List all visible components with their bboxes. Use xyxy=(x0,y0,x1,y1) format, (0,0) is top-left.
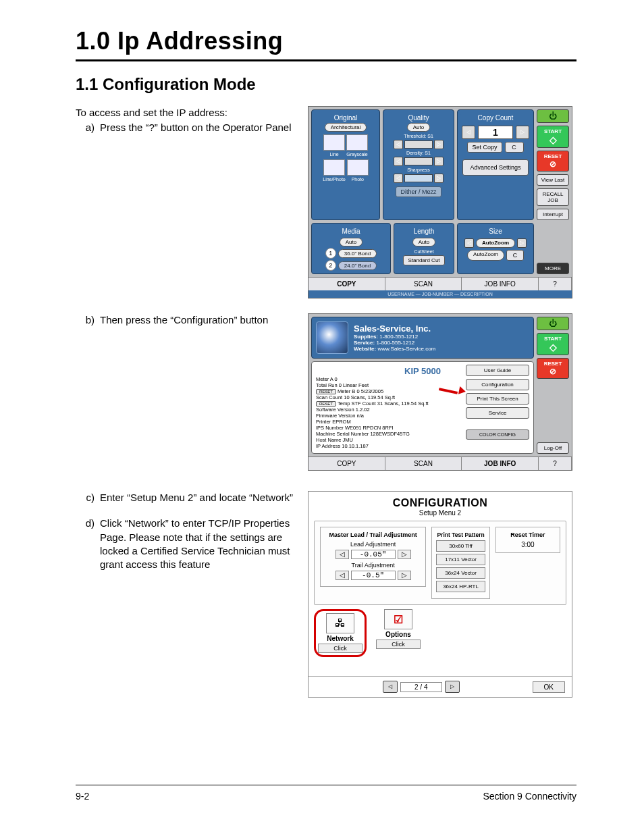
intro-text: To access and set the IP address: xyxy=(76,106,298,120)
power-icon[interactable]: ⏻ xyxy=(537,109,569,123)
test-btn-2[interactable]: 17x11 Vector xyxy=(436,554,485,565)
reset-button[interactable]: RESET⊘ xyxy=(537,358,569,379)
size-value-2[interactable]: AutoZoom xyxy=(467,250,504,261)
size-clear-button[interactable]: C xyxy=(506,250,524,261)
left-arrow-icon[interactable]: ◁ xyxy=(394,174,403,183)
left-arrow-icon[interactable]: ◁ xyxy=(336,550,349,559)
quality-sharpness-slider[interactable]: ◁ ▷ xyxy=(386,174,451,183)
left-arrow-icon[interactable]: ◁ xyxy=(394,157,403,166)
view-last-button[interactable]: View Last xyxy=(537,174,569,186)
reset-pill-1[interactable]: RESET xyxy=(316,389,336,394)
status-bar: USERNAME — JOB-NUMBER — DESCRIPTION xyxy=(308,290,572,298)
lead-stepper[interactable]: ◁ -0.05" ▷ xyxy=(325,550,421,559)
configuration-button[interactable]: Configuration xyxy=(466,379,529,390)
company-logo xyxy=(316,321,348,354)
step-a-text: To access and set the IP address: a) Pre… xyxy=(76,106,298,135)
page-next[interactable]: ▷ xyxy=(445,681,460,693)
left-arrow-icon[interactable]: ◁ xyxy=(394,140,403,149)
document-page: 1.0 Ip Addressing 1.1 Configuration Mode… xyxy=(0,0,644,834)
count-right-arrow[interactable]: ▷ xyxy=(516,126,529,139)
count-left-arrow[interactable]: ◁ xyxy=(462,126,475,139)
thumb-photo[interactable] xyxy=(347,159,369,176)
user-guide-button[interactable]: User Guide xyxy=(466,365,529,376)
left-arrow-icon[interactable]: ◁ xyxy=(336,571,349,580)
right-rail: ⏻ START◇ RESET⊘ View Last RECALL JOB Int… xyxy=(537,109,569,220)
network-click[interactable]: Click xyxy=(318,644,363,653)
service-button[interactable]: Service xyxy=(466,407,529,419)
print-test-heading: Print Test Pattern xyxy=(436,531,485,538)
help-button[interactable]: ? xyxy=(539,457,572,470)
media-row-2[interactable]: 24.0" Bond xyxy=(338,261,377,270)
interrupt-button[interactable]: Interrupt xyxy=(537,209,569,220)
recall-job-button[interactable]: RECALL JOB xyxy=(537,188,569,206)
red-arrow-annotation xyxy=(439,385,466,397)
test-btn-4[interactable]: 36x24 HP-RTL xyxy=(436,581,485,592)
trail-label: Trail Adjustment xyxy=(325,562,421,569)
reset-timer-card: Reset Timer 3:00 xyxy=(495,527,560,553)
reset-button[interactable]: RESET⊘ xyxy=(537,151,569,172)
trail-stepper[interactable]: ◁ -0.5" ▷ xyxy=(325,571,421,580)
tab-copy[interactable]: COPY xyxy=(308,278,385,290)
chapter-heading: 1.0 Ip Addressing xyxy=(76,27,576,55)
screenshot-config-panel: CONFIGURATION Setup Menu 2 Master Lead /… xyxy=(308,491,572,698)
power-icon[interactable]: ⏻ xyxy=(537,317,569,330)
tab-copy[interactable]: COPY xyxy=(308,457,385,470)
panel-quality: Quality Auto Threshold: S1 ◁ ▷ Density: … xyxy=(383,109,454,220)
quality-threshold-label: Threshold: S1 xyxy=(386,134,451,138)
chapter-rule xyxy=(76,59,576,61)
media-auto[interactable]: Auto xyxy=(340,238,363,246)
start-button[interactable]: START◇ xyxy=(537,333,569,355)
right-arrow-icon[interactable]: ▷ xyxy=(398,550,411,559)
thumb-grayscale[interactable] xyxy=(346,134,368,151)
quality-threshold-slider[interactable]: ◁ ▷ xyxy=(386,140,451,149)
thumb-line[interactable] xyxy=(323,134,345,151)
tab-job-info[interactable]: JOB INFO xyxy=(462,457,539,470)
tab-scan[interactable]: SCAN xyxy=(385,278,462,290)
start-button[interactable]: START◇ xyxy=(537,126,569,148)
print-screen-button[interactable]: Print This Screen xyxy=(466,393,529,405)
page-number: 9-2 xyxy=(76,791,89,802)
dither-button[interactable]: Dither / Mezz xyxy=(396,186,441,197)
thumb-grayscale-label: Grayscale xyxy=(346,152,368,157)
test-btn-3[interactable]: 36x24 Vector xyxy=(436,567,485,579)
reset-pill-2[interactable]: RESET xyxy=(316,401,336,407)
ok-button[interactable]: OK xyxy=(533,681,565,693)
options-click[interactable]: Click xyxy=(376,640,421,649)
quality-density-slider[interactable]: ◁ ▷ xyxy=(386,157,451,166)
size-value[interactable]: AutoZoom xyxy=(476,238,515,248)
logoff-button[interactable]: Log-Off xyxy=(537,442,569,454)
quality-mode[interactable]: Auto xyxy=(407,123,430,132)
right-arrow-icon[interactable]: ▷ xyxy=(434,140,444,149)
advanced-settings-button[interactable]: Advanced Settings xyxy=(462,159,528,176)
more-button[interactable]: MORE xyxy=(537,263,569,274)
right-rail-2: ⏻ START◇ RESET⊘ Log-Off xyxy=(537,317,569,454)
tab-job-info[interactable]: JOB INFO xyxy=(462,278,539,290)
meter-b: Meter B 0 5/23/2005 xyxy=(338,388,383,394)
size-right-arrow[interactable]: ▷ xyxy=(517,238,527,248)
tab-scan[interactable]: SCAN xyxy=(385,457,462,470)
right-arrow-icon[interactable]: ▷ xyxy=(434,157,444,166)
page-indicator: 2 / 4 xyxy=(400,682,442,692)
length-auto[interactable]: Auto xyxy=(412,238,435,246)
copy-count-value: 1 xyxy=(478,126,513,139)
footer-tabs-2: COPY SCAN JOB INFO ? xyxy=(308,457,572,470)
lead-trail-card: Master Lead / Trail Adjustment Lead Adju… xyxy=(320,527,426,587)
size-left-arrow[interactable]: ◁ xyxy=(464,238,474,248)
clear-button[interactable]: C xyxy=(505,142,524,153)
panel-copy-count: Copy Count ◁ 1 ▷ Set Copy C Advanced Set… xyxy=(457,109,534,220)
media-row-1[interactable]: 36.0" Bond xyxy=(338,249,377,258)
panel-quality-title: Quality xyxy=(386,113,451,123)
test-btn-1[interactable]: 30x60 Tiff xyxy=(436,540,485,552)
device-info-card: KIP 5000 Meter A 0 Total Run 0 Linear Fe… xyxy=(311,361,534,454)
right-arrow-icon[interactable]: ▷ xyxy=(398,571,411,580)
options-button[interactable]: ☑ Options Click xyxy=(376,609,421,657)
standard-cut-button[interactable]: Standard Cut xyxy=(403,255,444,265)
help-button[interactable]: ? xyxy=(539,278,572,290)
right-arrow-icon[interactable]: ▷ xyxy=(434,174,444,183)
page-prev[interactable]: ◁ xyxy=(383,681,398,693)
original-mode[interactable]: Architectural xyxy=(325,123,367,132)
thumb-linephoto[interactable] xyxy=(323,159,345,176)
color-config-button[interactable]: COLOR CONFIG xyxy=(466,429,529,440)
set-copy-button[interactable]: Set Copy xyxy=(467,142,502,153)
network-button[interactable]: 🖧 Network Click xyxy=(318,613,363,653)
